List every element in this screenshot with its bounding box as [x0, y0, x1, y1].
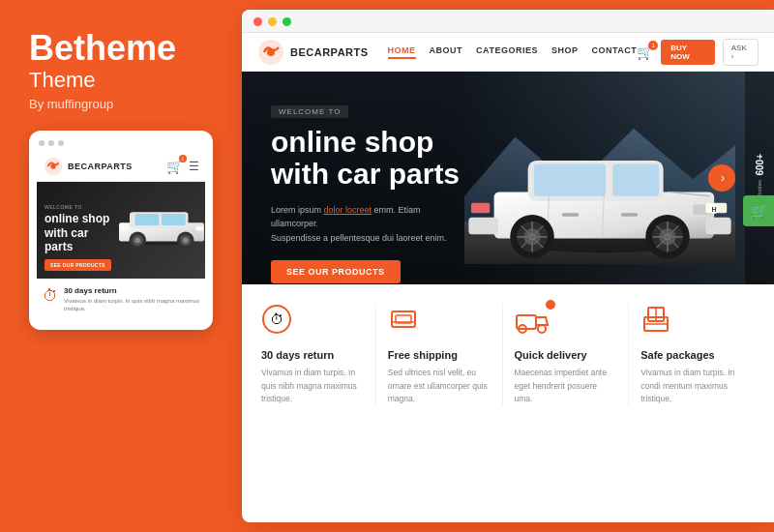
mobile-dot-1 — [39, 140, 45, 146]
feature-return-text: Vivamus in diam turpis. In quis nibh mag… — [261, 367, 364, 406]
chevron-right-icon: › — [721, 171, 725, 185]
nav-link-about[interactable]: ABOUT — [430, 45, 463, 59]
mobile-feature-icon: ⏱ — [43, 287, 58, 305]
feature-packages-icon — [640, 304, 671, 341]
desktop-features: ⏱ 30 days return Vivamus in diam turpis.… — [242, 284, 774, 406]
feature-return-title: 30 days return — [261, 349, 334, 361]
hero-side-badge: 600+ websites — [745, 72, 774, 284]
mobile-feature-text: Vivamus in diam turpis. In quis nibh mag… — [64, 297, 199, 313]
svg-rect-28 — [468, 218, 498, 235]
svg-rect-23 — [534, 164, 606, 196]
mobile-cart-icon[interactable]: 🛒 1 — [166, 159, 183, 174]
mobile-hamburger-icon[interactable]: ☰ — [189, 160, 199, 173]
feature-item-shipping: Free shipping Sed ultrices nisl velit, e… — [376, 304, 503, 406]
feature-delivery-title: Quick delivery — [515, 349, 587, 361]
mobile-hero-title: online shopwith carparts — [45, 212, 197, 253]
hero-cta-button[interactable]: SEE OUR PRODUCTS — [271, 260, 401, 283]
desktop-logo-text: BECARPARTS — [290, 46, 369, 58]
svg-text:⏱: ⏱ — [270, 311, 283, 327]
mobile-logo-icon — [43, 156, 64, 177]
svg-rect-29 — [471, 203, 490, 214]
mobile-mockup: BECARPARTS 🛒 1 ☰ — [29, 131, 213, 331]
desktop-site: BECARPARTS HOME ABOUT CATEGORIES SHOP CO… — [242, 33, 774, 522]
mobile-feature-item: ⏱ 30 days return Vivamus in diam turpis.… — [43, 286, 199, 313]
feature-packages-title: Safe packages — [640, 349, 714, 361]
feature-packages-text: Vivamus in diam turpis. In condi mentum … — [640, 367, 743, 406]
mobile-feature-content: 30 days return Vivamus in diam turpis. I… — [64, 286, 199, 313]
mobile-features: ⏱ 30 days return Vivamus in diam turpis.… — [37, 279, 205, 323]
feature-delivery-text: Maecenas imperdiet ante eget hendrerit p… — [515, 367, 617, 406]
hero-subtitle: Lorem ipsum dolor locreet emm. Etiam ull… — [271, 203, 464, 245]
delivery-notification-badge — [546, 300, 555, 310]
mobile-dot-2 — [48, 140, 54, 146]
mobile-logo: BECARPARTS — [43, 156, 166, 177]
mobile-feature-title: 30 days return — [64, 286, 199, 295]
hero-title: online shop with car parts — [271, 126, 464, 190]
browser-chrome — [242, 10, 774, 33]
hero-content: WELCOME TO online shop with car parts Lo… — [271, 101, 464, 283]
svg-rect-32 — [621, 213, 639, 217]
svg-point-59 — [538, 325, 546, 333]
mobile-nav-icons: 🛒 1 ☰ — [166, 159, 199, 174]
svg-rect-26 — [705, 218, 730, 235]
carousel-next-button[interactable]: › — [708, 164, 735, 192]
nav-cart-icon[interactable]: 🛒 1 — [637, 44, 653, 60]
desktop-hero: H WELCOME TO online shop with car parts … — [242, 72, 774, 284]
mobile-logo-text: BECARPARTS — [68, 162, 133, 171]
brand-by: By muffingroup — [29, 97, 213, 111]
nav-link-shop[interactable]: SHOP — [551, 45, 579, 59]
hero-badge-number: 600+ — [755, 154, 765, 176]
feature-shipping-text: Sed ultrices nisl velit, eu ornare est u… — [388, 367, 491, 406]
floating-cart-button[interactable]: 🛒 — [743, 195, 774, 226]
feature-shipping-title: Free shipping — [388, 349, 458, 361]
desktop-nav: BECARPARTS HOME ABOUT CATEGORIES SHOP CO… — [242, 33, 774, 72]
svg-text:H: H — [712, 206, 717, 213]
nav-link-categories[interactable]: CATEGORIES — [476, 45, 538, 59]
svg-point-1 — [50, 163, 56, 169]
hero-car-image: H — [464, 110, 735, 265]
browser-dot-green[interactable] — [283, 17, 291, 26]
hero-welcome-tag: WELCOME TO — [271, 105, 348, 118]
feature-delivery-icon — [515, 304, 550, 341]
buy-now-button[interactable]: BUY NOW — [661, 40, 714, 65]
brand-subtitle: Theme — [29, 68, 213, 93]
nav-cart-badge: 1 — [648, 41, 658, 50]
right-panel: BECARPARTS HOME ABOUT CATEGORIES SHOP CO… — [242, 10, 774, 522]
svg-rect-22 — [612, 164, 659, 196]
mobile-browser-dots — [37, 140, 205, 146]
feature-item-delivery: Quick delivery Maecenas imperdiet ante e… — [503, 304, 630, 406]
desktop-logo-icon — [257, 39, 284, 66]
browser-dot-red[interactable] — [253, 17, 262, 26]
desktop-logo: BECARPARTS — [257, 39, 369, 66]
feature-shipping-icon — [388, 304, 419, 341]
browser-dot-yellow[interactable] — [268, 17, 277, 26]
nav-link-home[interactable]: HOME — [388, 45, 416, 59]
nav-link-contact[interactable]: CONTACT — [591, 45, 637, 59]
svg-rect-33 — [562, 213, 580, 217]
cart-icon: 🛒 — [751, 203, 767, 219]
feature-return-icon: ⏱ — [261, 304, 292, 341]
mobile-dot-3 — [58, 140, 64, 146]
mobile-nav: BECARPARTS 🛒 1 ☰ — [37, 152, 205, 182]
ask-button[interactable]: ASK › — [723, 39, 759, 66]
svg-point-16 — [267, 48, 275, 56]
left-panel: Betheme Theme By muffingroup BECARPARTS — [0, 0, 232, 532]
mobile-cart-badge: 1 — [179, 155, 187, 163]
mobile-hero: WELCOME TO online shopwith carparts SEE … — [37, 182, 205, 279]
desktop-nav-links: HOME ABOUT CATEGORIES SHOP CONTACT — [388, 45, 638, 59]
desktop-nav-right: 🛒 1 BUY NOW ASK › — [637, 39, 759, 66]
feature-item-packages: Safe packages Vivamus in diam turpis. In… — [629, 304, 755, 406]
mobile-cta-button[interactable]: SEE OUR PRODUCTS — [45, 259, 111, 271]
feature-item-return: ⏱ 30 days return Vivamus in diam turpis.… — [261, 304, 376, 406]
brand-title: Betheme — [29, 29, 213, 68]
